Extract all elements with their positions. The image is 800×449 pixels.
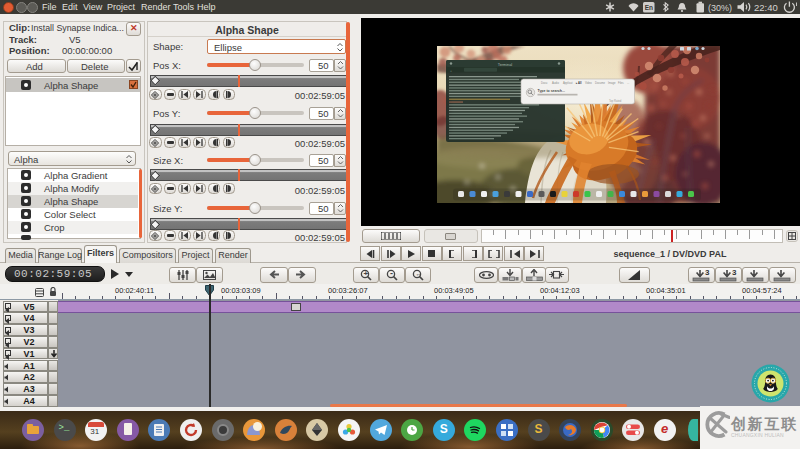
svg-text:Audio: Audio <box>552 81 559 85</box>
svg-text:(30%): (30%) <box>708 3 732 13</box>
svg-text:+: + <box>450 69 452 73</box>
svg-text:Terminal: Terminal <box>498 63 513 67</box>
svg-text:Video: Video <box>585 81 592 85</box>
svg-text:Docume: Docume <box>595 81 606 85</box>
svg-text:En: En <box>645 4 653 11</box>
svg-text:Files: Files <box>618 81 624 85</box>
svg-text:Top Rated: Top Rated <box>609 99 622 103</box>
svg-text:Applicat: Applicat <box>563 81 573 85</box>
svg-text:...: ... <box>627 82 629 85</box>
svg-text:Type to search...: Type to search... <box>538 89 565 93</box>
svg-text:Docu: Docu <box>541 81 548 85</box>
svg-text:Image: Image <box>608 81 616 85</box>
svg-text:22:40: 22:40 <box>754 2 778 13</box>
svg-text:▸ All: ▸ All <box>575 81 582 85</box>
